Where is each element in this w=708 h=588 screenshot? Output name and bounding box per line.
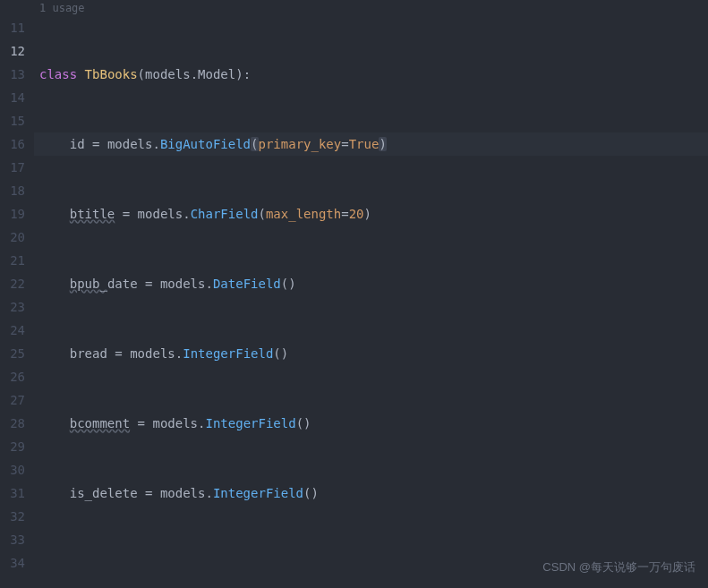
line-number: 14: [0, 86, 25, 109]
punct: ):: [235, 67, 251, 81]
attribute: date: [107, 277, 138, 291]
operator: =: [145, 277, 152, 291]
code-line[interactable]: bpub_date = models.DateField(): [34, 272, 708, 295]
bracket-open: (: [251, 137, 258, 151]
line-number: 28: [0, 412, 25, 435]
line-number: 32: [0, 505, 25, 528]
module: models: [160, 277, 206, 291]
punct: (): [296, 416, 311, 430]
punct: (: [138, 67, 145, 81]
module: models: [138, 207, 183, 221]
bool-literal: True: [349, 137, 380, 151]
function-call: DateField: [213, 277, 281, 291]
line-number: 11: [0, 16, 25, 39]
attribute: btitle: [70, 207, 115, 221]
line-number: 12: [0, 39, 25, 63]
line-number: 33: [0, 528, 25, 551]
code-area[interactable]: class TbBooks(models.Model): id = models…: [34, 16, 708, 588]
module: models: [160, 486, 206, 500]
function-call: IntegerField: [213, 486, 303, 500]
attribute: bpub_: [70, 277, 107, 291]
punct: (): [273, 346, 288, 361]
punct: .: [175, 346, 183, 361]
code-line[interactable]: bread = models.IntegerField(): [34, 342, 708, 365]
line-number: 16: [0, 132, 25, 156]
line-number: 20: [0, 226, 25, 249]
operator: =: [341, 207, 348, 221]
module: models: [130, 346, 175, 361]
code-line[interactable]: class TbBooks(models.Model):: [34, 63, 708, 86]
punct: (: [258, 207, 265, 221]
code-line[interactable]: bcomment = models.IntegerField(): [34, 412, 708, 435]
line-number: 27: [0, 388, 25, 412]
operator: =: [341, 137, 348, 151]
watermark: CSDN @每天说够一万句废话: [542, 556, 695, 579]
class-ref: Model: [198, 67, 235, 81]
function-call: BigAutoField: [160, 137, 251, 151]
punct: (): [281, 277, 296, 291]
punct: .: [152, 137, 159, 151]
function-call: CharField: [191, 207, 259, 221]
line-number-gutter: 11 12 13 14 15 16 17 18 19 20 21 22 23 2…: [0, 16, 34, 588]
operator: =: [138, 416, 145, 430]
line-number: 21: [0, 249, 25, 272]
attribute: is_delete: [70, 486, 138, 500]
line-number: 18: [0, 179, 25, 202]
line-number: 31: [0, 481, 25, 505]
attribute: bcomment: [70, 416, 130, 430]
class-name: TbBooks: [85, 67, 138, 81]
line-number: 25: [0, 342, 25, 365]
code-line[interactable]: btitle = models.CharField(max_length=20): [34, 202, 708, 226]
punct: ): [364, 207, 371, 221]
line-number: 22: [0, 272, 25, 295]
operator: =: [115, 346, 122, 361]
usage-hint: 1 usage: [0, 0, 708, 16]
operator: =: [123, 207, 130, 221]
line-number: 34: [0, 551, 25, 575]
module: models: [107, 137, 153, 151]
line-number: 24: [0, 319, 25, 342]
bracket-close: ): [379, 137, 386, 151]
punct: .: [183, 207, 190, 221]
module: models: [152, 416, 198, 430]
code-line[interactable]: id = models.BigAutoField(primary_key=Tru…: [34, 132, 708, 156]
punct: .: [205, 277, 212, 291]
function-call: IntegerField: [183, 346, 273, 361]
code-editor[interactable]: 11 12 13 14 15 16 17 18 19 20 21 22 23 2…: [0, 16, 708, 588]
line-number: 13: [0, 63, 25, 86]
operator: =: [92, 137, 99, 151]
function-call: IntegerField: [205, 416, 295, 430]
module: models: [145, 67, 191, 81]
line-number: 19: [0, 202, 25, 226]
line-number: 17: [0, 156, 25, 179]
kwarg: max_length: [266, 207, 341, 221]
punct: .: [205, 486, 212, 500]
keyword-class: class: [39, 67, 77, 81]
operator: =: [145, 486, 152, 500]
line-number: 29: [0, 435, 25, 458]
line-number: 23: [0, 295, 25, 319]
punct: (): [303, 486, 319, 500]
kwarg: primary_key: [259, 137, 342, 151]
line-number: 30: [0, 458, 25, 481]
punct: .: [191, 67, 198, 81]
number: 20: [349, 207, 364, 221]
code-line[interactable]: is_delete = models.IntegerField(): [34, 481, 708, 505]
line-number: 26: [0, 365, 25, 388]
attribute: id: [70, 137, 85, 151]
line-number: 15: [0, 109, 25, 132]
attribute: bread: [70, 346, 107, 361]
